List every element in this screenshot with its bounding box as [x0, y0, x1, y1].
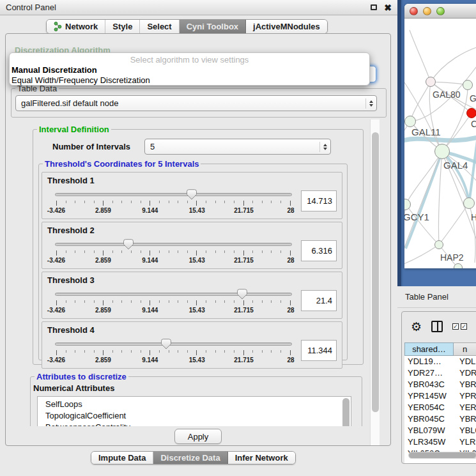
- tick-label: 15.43: [189, 357, 205, 364]
- network-node-c[interactable]: [466, 108, 476, 118]
- table-row[interactable]: YBR045CYBR0: [404, 413, 476, 425]
- close-traffic-light-icon[interactable]: [410, 7, 418, 15]
- close-icon[interactable]: ✖: [384, 3, 392, 12]
- slider-track[interactable]: [55, 342, 292, 346]
- network-node-label: H: [471, 212, 476, 222]
- dropdown-item-manual-discretization[interactable]: Manual Discretization: [12, 65, 97, 75]
- table-panel-toolbar: ⚙ ✓ ✓: [402, 312, 476, 341]
- threshold-panel-2: Threshold 2-3.4262.8599.14415.4321.71528…: [42, 222, 342, 269]
- float-window-icon[interactable]: [371, 4, 377, 10]
- table-row[interactable]: YER054CYER0: [404, 402, 476, 413]
- cell-name: YBL0: [454, 425, 476, 436]
- slider-track[interactable]: [55, 293, 292, 296]
- tab-select[interactable]: Select: [140, 20, 179, 33]
- network-node-label: GAL80: [433, 89, 461, 100]
- columns-icon[interactable]: [431, 321, 443, 332]
- apply-button[interactable]: Apply: [174, 429, 222, 444]
- tick-label: 2.859: [95, 207, 111, 214]
- threshold-slider-2[interactable]: -3.4262.8599.14415.4321.71528: [55, 236, 292, 265]
- slider-track[interactable]: [55, 193, 292, 196]
- network-node[interactable]: [454, 263, 463, 268]
- network-node-hap2[interactable]: [434, 240, 443, 249]
- table-horizontal-scrollbar[interactable]: [408, 452, 476, 459]
- panel-scrollbar-thumb[interactable]: [372, 132, 379, 412]
- slider-thumb[interactable]: [187, 189, 197, 200]
- tab-style[interactable]: Style: [105, 20, 140, 33]
- column-header-shared-name[interactable]: shared…: [404, 342, 454, 356]
- tab-impute-data[interactable]: Impute Data: [91, 452, 153, 464]
- table-data-combobox[interactable]: galFiltered.sif default node: [15, 95, 377, 111]
- table-row[interactable]: YDR27…YDR2: [404, 367, 476, 379]
- node-table-header: shared… n: [404, 342, 476, 356]
- attribute-item-topologicalcoefficient[interactable]: TopologicalCoefficient: [38, 410, 351, 422]
- tab-jactivemnodules[interactable]: jActiveMNodules: [246, 20, 327, 33]
- threshold-3-value[interactable]: 21.4: [301, 290, 337, 311]
- tab-label: Infer Network: [235, 453, 288, 463]
- table-row[interactable]: YDL19…YDL1: [404, 356, 476, 367]
- interval-definition-title: Interval Definition: [37, 125, 111, 134]
- right-region: GAL80GACGAL11GAL4GCY1HHAP2 Table Panel ⚙…: [397, 0, 476, 476]
- gear-icon[interactable]: ⚙: [411, 321, 422, 333]
- threshold-4-value[interactable]: 11.344: [301, 340, 337, 361]
- network-node-label: GCY1: [404, 211, 429, 222]
- cell-name: YBR0: [454, 413, 476, 425]
- settings-scroll-viewport: Interval Definition Number of Intervals …: [11, 119, 376, 426]
- slider-thumb[interactable]: [123, 239, 134, 250]
- tick-label: 21.715: [234, 207, 254, 214]
- checkbox-icon: ✓: [452, 323, 459, 330]
- table-row[interactable]: YLR345WYLR3: [404, 436, 476, 448]
- network-node-label: C: [471, 119, 476, 129]
- tab-network[interactable]: Network: [47, 20, 105, 33]
- dropdown-item-equal-width-frequency-discretization[interactable]: Equal Width/Frequency Discretization: [12, 75, 150, 85]
- tab-label: Style: [112, 22, 132, 31]
- slider-thumb[interactable]: [161, 339, 171, 349]
- threshold-2-value[interactable]: 6.316: [301, 240, 337, 261]
- attribute-item-selfloops[interactable]: SelfLoops: [38, 399, 351, 410]
- tab-cyni-toolbox[interactable]: Cyni Toolbox: [180, 20, 246, 33]
- interval-definition-group: Interval Definition Number of Intervals …: [33, 129, 364, 365]
- zoom-traffic-light-icon[interactable]: [436, 7, 445, 15]
- thresholds-group: Threshold's Coordinates for 5 Intervals …: [38, 164, 348, 360]
- node-table-rows: YDL19…YDL1YDR27…YDR2YBR043CYBR0YPR145WYP…: [404, 356, 476, 459]
- tab-discretize-data[interactable]: Discretize Data: [153, 452, 227, 464]
- table-hscrollbar-thumb[interactable]: [409, 452, 476, 458]
- table-row[interactable]: YBL079WYBL0: [404, 425, 476, 436]
- tick-label: -3.426: [47, 307, 65, 314]
- attributes-list-scrollbar[interactable]: [342, 398, 349, 426]
- minimize-traffic-light-icon[interactable]: [423, 7, 431, 15]
- threshold-slider-3[interactable]: -3.4262.8599.14415.4321.71528: [55, 286, 292, 315]
- combo-stepper-icon: [319, 142, 330, 152]
- numerical-attributes-list: SelfLoopsTopologicalCoefficientBetweenne…: [37, 396, 351, 426]
- slider-track[interactable]: [55, 243, 292, 246]
- network-node-gal11[interactable]: [404, 116, 416, 127]
- network-canvas[interactable]: GAL80GACGAL11GAL4GCY1HHAP2: [404, 19, 476, 268]
- threshold-slider-1[interactable]: -3.4262.8599.14415.4321.71528: [55, 186, 292, 215]
- threshold-label: Threshold 1: [47, 176, 337, 185]
- threshold-1-value[interactable]: 14.713: [301, 190, 337, 211]
- column-header-name[interactable]: n: [454, 342, 476, 356]
- network-node-ga[interactable]: [463, 80, 473, 90]
- table-row[interactable]: YBR043CYBR0: [404, 379, 476, 390]
- tab-label: Select: [147, 22, 171, 31]
- attribute-items: SelfLoopsTopologicalCoefficientBetweenne…: [38, 399, 351, 426]
- network-node-gal4[interactable]: [434, 144, 450, 159]
- slider-ticks: [56, 250, 291, 256]
- cell-shared-name: YBR045C: [404, 413, 454, 425]
- attribute-item-betweennesscentrality[interactable]: BetweennessCentrality: [38, 422, 351, 426]
- cell-name: YBR0: [454, 379, 476, 390]
- tick-label: 28: [287, 257, 294, 264]
- slider-thumb[interactable]: [237, 289, 247, 300]
- tab-infer-network[interactable]: Infer Network: [228, 452, 295, 464]
- table-row[interactable]: YPR145WYPR1: [404, 390, 476, 402]
- threshold-label: Threshold 3: [47, 275, 337, 285]
- threshold-slider-4[interactable]: -3.4262.8599.14415.4321.71528: [55, 335, 292, 365]
- cell-name: YER0: [454, 402, 476, 413]
- select-columns-icon[interactable]: ✓ ✓: [452, 323, 467, 330]
- network-node-gal80[interactable]: [426, 77, 436, 87]
- cell-shared-name: YPR145W: [404, 390, 454, 402]
- cell-shared-name: YDR27…: [404, 367, 454, 379]
- panel-vertical-scrollbar[interactable]: [370, 119, 380, 445]
- number-of-intervals-combobox[interactable]: 5: [144, 139, 331, 155]
- network-node-h[interactable]: [463, 197, 475, 209]
- tick-label: 9.144: [142, 257, 158, 264]
